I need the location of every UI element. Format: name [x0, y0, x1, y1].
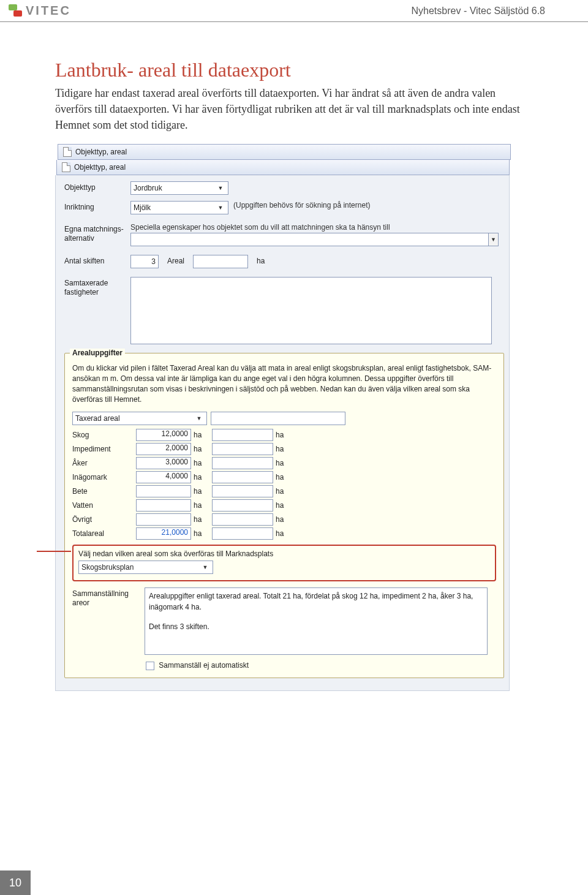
toolbar-2: Objekttyp, areal — [56, 160, 510, 175]
marknadsplats-value: Skogsbruksplan — [81, 563, 134, 572]
areal-row: Åker3,0000haha — [72, 457, 496, 469]
areal-unit: ha — [253, 255, 265, 265]
page-header: VITEC Nyhetsbrev - Vitec Säljstöd 6.8 — [0, 0, 588, 22]
chevron-down-icon: ▼ — [216, 183, 225, 193]
areal-row-unit2: ha — [276, 445, 292, 453]
areal-row: Övrigthaha — [72, 513, 496, 526]
app-screenshot: Objekttyp, areal Objekttyp, areal Objekt… — [55, 144, 514, 691]
areal-row-unit2: ha — [276, 431, 292, 439]
marknadsplats-combo[interactable]: Skogsbruksplan ▼ — [78, 561, 213, 574]
objekttyp-value: Jordbruk — [134, 184, 162, 192]
areal-row-value2[interactable] — [212, 429, 273, 441]
areal-row-unit: ha — [194, 529, 209, 538]
objekttyp-combo[interactable]: Jordbruk ▼ — [130, 181, 228, 195]
section-heading: Lantbruk- areal till dataexport — [55, 59, 533, 81]
sammanstall-auto-checkbox[interactable] — [146, 662, 154, 670]
chevron-down-icon: ▼ — [216, 203, 225, 213]
areal-row-label: Åker — [72, 459, 134, 467]
areal-row-unit: ha — [194, 515, 209, 524]
taxerad-areal-input2[interactable] — [211, 412, 345, 425]
egna-hint: Speciella egenskaper hos objektet som du… — [130, 223, 503, 232]
inriktning-combo[interactable]: Mjölk ▼ — [130, 201, 228, 214]
objekttyp-label: Objekttyp — [64, 181, 126, 192]
areal-row-unit2: ha — [276, 529, 292, 538]
areal-table: Skog12,0000hahaImpediment2,0000hahaÅker3… — [72, 429, 496, 540]
areal-row: Vattenhaha — [72, 499, 496, 512]
header-right-text: Nyhetsbrev - Vitec Säljstöd 6.8 — [412, 6, 545, 17]
arealuppgifter-group: Arealuppgifter Om du klickar vid pilen i… — [64, 353, 504, 678]
areal-row-value[interactable] — [136, 485, 191, 497]
areal-row-value2[interactable] — [212, 471, 273, 483]
sammanstall-auto-label: Sammanställ ej automatiskt — [159, 661, 249, 670]
summary-line-1: Arealuppgifter enligt taxerad areal. Tot… — [149, 591, 483, 613]
areal-row-label: Vatten — [72, 501, 134, 510]
group-info: Om du klickar vid pilen i fältet Taxerad… — [72, 363, 496, 404]
areal-row-value[interactable]: 3,0000 — [136, 457, 191, 469]
areal-row-label: Skog — [72, 431, 134, 439]
taxerad-areal-combo[interactable]: Taxerad areal ▼ — [72, 412, 207, 425]
section-paragraph: Tidigare har endast taxerad areal överfö… — [55, 85, 533, 133]
marknadsplats-label: Välj nedan vilken areal som ska överföra… — [78, 549, 490, 558]
areal-row-label: Totalareal — [72, 529, 134, 538]
areal-row: Impediment2,0000haha — [72, 443, 496, 455]
areal-row-label: Övrigt — [72, 515, 134, 524]
areal-row-value[interactable] — [136, 499, 191, 512]
areal-row-value2[interactable] — [212, 513, 273, 526]
areal-row-unit2: ha — [276, 501, 292, 510]
areal-input[interactable] — [193, 255, 248, 268]
document-icon — [63, 147, 72, 157]
areal-row-value2[interactable] — [212, 499, 273, 512]
areal-row: Skog12,0000haha — [72, 429, 496, 441]
vitec-logo-icon — [9, 4, 22, 18]
areal-row-value2[interactable] — [212, 485, 273, 497]
toolbar-1-label: Objekttyp, areal — [75, 148, 127, 156]
antal-skiften-label: Antal skiften — [64, 255, 126, 265]
marknadsplats-highlight: Välj nedan vilken areal som ska överföra… — [72, 545, 496, 581]
sammanstallning-label: Sammanställning areor — [72, 587, 140, 607]
chevron-down-icon[interactable]: ▼ — [489, 233, 499, 246]
areal-row-unit2: ha — [276, 487, 292, 496]
form-panel: Objekttyp Jordbruk ▼ Inriktning Mjölk ▼ … — [55, 175, 510, 691]
sammanstallning-textarea[interactable]: Arealuppgifter enligt taxerad areal. Tot… — [145, 587, 488, 655]
areal-row-value[interactable] — [136, 513, 191, 526]
egna-input[interactable] — [130, 233, 489, 246]
inriktning-hint: (Uppgiften behövs för sökning på interne… — [233, 201, 370, 210]
areal-row-unit: ha — [194, 501, 209, 510]
areal-row-label: Bete — [72, 487, 134, 496]
taxerad-areal-value: Taxerad areal — [75, 414, 120, 423]
antal-skiften-value: 3 — [134, 257, 156, 266]
samtax-label: Samtaxerade fastigheter — [64, 277, 126, 296]
chevron-down-icon: ▼ — [200, 562, 210, 572]
inriktning-label: Inriktning — [64, 201, 126, 211]
areal-row-value2[interactable] — [212, 457, 273, 469]
chevron-down-icon: ▼ — [194, 414, 204, 423]
antal-skiften-input[interactable]: 3 — [130, 255, 159, 268]
inriktning-value: Mjölk — [134, 203, 151, 212]
areal-row: Betehaha — [72, 485, 496, 497]
areal-row-value[interactable]: 12,0000 — [136, 429, 191, 441]
areal-row-unit: ha — [194, 473, 209, 481]
areal-row-unit2: ha — [276, 515, 292, 524]
areal-row-unit2: ha — [276, 473, 292, 481]
areal-row-unit2: ha — [276, 459, 292, 467]
page-number: 10 — [0, 870, 31, 895]
areal-row-unit: ha — [194, 487, 209, 496]
areal-row-value2[interactable] — [212, 527, 273, 540]
egna-label: Egna matchnings-alternativ — [64, 223, 126, 243]
areal-row-unit: ha — [194, 431, 209, 439]
areal-label: Areal — [164, 255, 188, 265]
areal-row-label: Inägomark — [72, 473, 134, 481]
areal-row-value[interactable]: 21,0000 — [136, 527, 191, 540]
areal-row-unit: ha — [194, 459, 209, 467]
samtax-textarea[interactable] — [130, 277, 492, 344]
summary-line-2: Det finns 3 skiften. — [149, 621, 483, 632]
document-icon — [62, 162, 70, 172]
areal-row-value2[interactable] — [212, 443, 273, 455]
areal-row-unit: ha — [194, 445, 209, 453]
areal-row: Inägomark4,0000haha — [72, 471, 496, 483]
brand-logo: VITEC — [9, 4, 71, 18]
areal-row: Totalareal21,0000haha — [72, 527, 496, 540]
areal-row-value[interactable]: 2,0000 — [136, 443, 191, 455]
areal-row-label: Impediment — [72, 445, 134, 453]
areal-row-value[interactable]: 4,0000 — [136, 471, 191, 483]
